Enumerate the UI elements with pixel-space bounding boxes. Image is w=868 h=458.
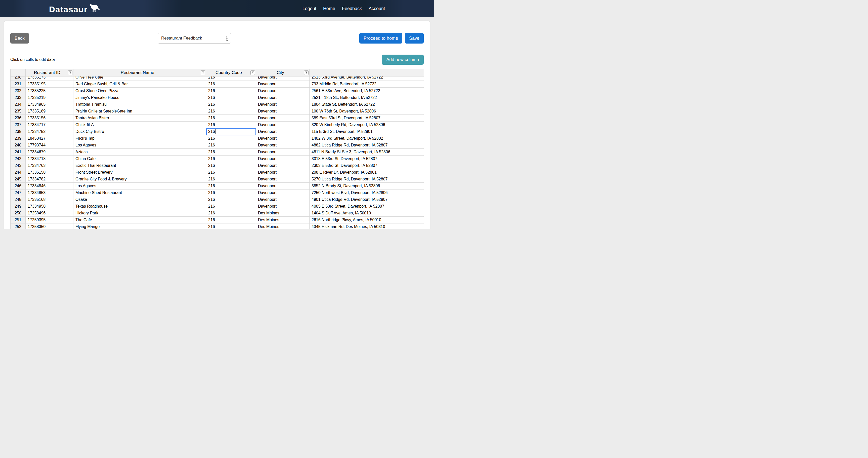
filter-icon-country-code[interactable]	[250, 70, 255, 75]
city-cell[interactable]: Davenport	[256, 149, 310, 155]
restaurant-id-cell[interactable]: 17335158	[26, 169, 73, 176]
nav-link-account[interactable]: Account	[369, 6, 385, 11]
address-cell[interactable]: 2521 - 18th St., Bettendorf, IA 52722	[310, 94, 424, 101]
restaurant-id-cell[interactable]: 17258496	[26, 210, 73, 217]
country-code-cell[interactable]: 216	[206, 224, 256, 229]
row-number-cell[interactable]: 237	[10, 121, 26, 128]
city-cell[interactable]: Davenport	[256, 101, 310, 108]
restaurant-id-cell[interactable]: 17334846	[26, 183, 73, 190]
nav-link-logout[interactable]: Logout	[303, 6, 316, 11]
country-code-cell[interactable]: 216	[206, 149, 256, 155]
country-code-cell[interactable]: 216	[206, 101, 256, 108]
row-number-cell[interactable]: 238	[10, 128, 26, 135]
restaurant-id-cell[interactable]: 17334718	[26, 155, 73, 162]
restaurant-id-cell[interactable]: 17334965	[26, 101, 73, 108]
restaurant-id-cell[interactable]: 17334717	[26, 121, 73, 128]
restaurant-name-cell[interactable]: China Cafe	[73, 155, 206, 162]
dataset-title-input[interactable]	[158, 33, 231, 44]
restaurant-name-cell[interactable]: Machine Shed Restaurant	[73, 190, 206, 196]
address-cell[interactable]: 100 W 76th St, Davenport, IA 52806	[310, 108, 424, 115]
country-code-cell[interactable]: 216	[206, 94, 256, 101]
address-cell[interactable]: 1404 S Duff Ave, Ames, IA 50010	[310, 210, 424, 217]
address-cell[interactable]: 793 Middle Rd, Bettendorf, IA 52722	[310, 81, 424, 88]
address-cell[interactable]: 115 E 3rd St, Davenport, IA 52801	[310, 128, 424, 135]
city-cell[interactable]: Des Moines	[256, 210, 310, 217]
country-code-cell[interactable]: 216	[206, 162, 256, 169]
restaurant-id-cell[interactable]: 17334958	[26, 203, 73, 210]
address-cell[interactable]: 4901 Utica Ridge Rd, Davenport, IA 52807	[310, 196, 424, 203]
country-code-cell[interactable]: 216	[206, 176, 256, 183]
restaurant-name-cell[interactable]: Duck City Bistro	[73, 128, 206, 135]
restaurant-id-cell[interactable]: 17335173	[26, 77, 73, 81]
column-header-city[interactable]: City	[256, 69, 310, 77]
row-number-cell[interactable]: 240	[10, 142, 26, 149]
address-cell[interactable]: 1804 State St, Bettendorf, IA 52722	[310, 101, 424, 108]
city-cell[interactable]: Davenport	[256, 162, 310, 169]
address-cell[interactable]: 1402 W 3rd Street, Davenport, IA 52802	[310, 135, 424, 142]
country-code-cell[interactable]: 216	[206, 217, 256, 224]
restaurant-id-cell[interactable]: 17334782	[26, 176, 73, 183]
restaurant-name-cell[interactable]: Chick-fil-A	[73, 121, 206, 128]
row-number-cell[interactable]: 249	[10, 203, 26, 210]
restaurant-id-cell[interactable]: 17335225	[26, 88, 73, 94]
country-code-cell[interactable]: 216	[206, 128, 256, 135]
city-cell[interactable]: Davenport	[256, 142, 310, 149]
city-cell[interactable]: Davenport	[256, 176, 310, 183]
restaurant-name-cell[interactable]: Crust Stone Oven Pizza	[73, 88, 206, 94]
city-cell[interactable]: Davenport	[256, 135, 310, 142]
country-code-cell[interactable]: 216	[206, 203, 256, 210]
row-number-cell[interactable]: 251	[10, 217, 26, 224]
row-number-cell[interactable]: 230	[10, 77, 26, 81]
city-cell[interactable]: Davenport	[256, 115, 310, 121]
filter-icon-restaurant-name[interactable]	[200, 70, 205, 75]
address-cell[interactable]: 2616 Northridge Pkwy, Ames, IA 50010	[310, 217, 424, 224]
row-number-cell[interactable]: 244	[10, 169, 26, 176]
city-cell[interactable]: Davenport	[256, 183, 310, 190]
address-cell[interactable]: 2513 53rd Avenue, Bettendorf, IA 52722	[310, 77, 424, 81]
restaurant-name-cell[interactable]: The Cafe	[73, 217, 206, 224]
address-cell[interactable]: 3852 N Brady St, Davenport, IA 52806	[310, 183, 424, 190]
city-cell[interactable]: Davenport	[256, 203, 310, 210]
restaurant-name-cell[interactable]: Texas Roadhouse	[73, 203, 206, 210]
city-cell[interactable]: Davenport	[256, 121, 310, 128]
row-number-cell[interactable]: 241	[10, 149, 26, 155]
city-cell[interactable]: Davenport	[256, 94, 310, 101]
city-cell[interactable]: Davenport	[256, 81, 310, 88]
city-cell[interactable]: Davenport	[256, 169, 310, 176]
city-cell[interactable]: Des Moines	[256, 224, 310, 229]
row-number-cell[interactable]: 243	[10, 162, 26, 169]
restaurant-id-cell[interactable]: 18453427	[26, 135, 73, 142]
city-cell[interactable]: Davenport	[256, 196, 310, 203]
country-code-cell[interactable]: 216	[206, 81, 256, 88]
city-cell[interactable]: Des Moines	[256, 217, 310, 224]
restaurant-id-cell[interactable]: 17259395	[26, 217, 73, 224]
row-number-cell[interactable]: 252	[10, 224, 26, 229]
row-number-cell[interactable]: 250	[10, 210, 26, 217]
address-cell[interactable]: 5270 Utica Ridge Rd, Davenport, IA 52807	[310, 176, 424, 183]
restaurant-name-cell[interactable]: Frick's Tap	[73, 135, 206, 142]
country-code-cell[interactable]: 216	[206, 88, 256, 94]
row-number-cell[interactable]: 239	[10, 135, 26, 142]
address-cell[interactable]: 4882 Utica Ridge Rd, Davenport, IA 52807	[310, 142, 424, 149]
restaurant-id-cell[interactable]: 17334763	[26, 162, 73, 169]
address-cell[interactable]: 4005 E 53rd Street, Davenport, IA 52807	[310, 203, 424, 210]
restaurant-id-cell[interactable]: 17334853	[26, 190, 73, 196]
restaurant-name-cell[interactable]: Jimmy's Pancake House	[73, 94, 206, 101]
restaurant-id-cell[interactable]: 17335219	[26, 94, 73, 101]
restaurant-name-cell[interactable]: Tantra Asian Bistro	[73, 115, 206, 121]
restaurant-name-cell[interactable]: Flying Mango	[73, 224, 206, 229]
row-number-cell[interactable]: 232	[10, 88, 26, 94]
row-number-cell[interactable]: 231	[10, 81, 26, 88]
restaurant-name-cell[interactable]: Front Street Brewery	[73, 169, 206, 176]
country-code-cell[interactable]: 216	[206, 196, 256, 203]
city-cell[interactable]: Davenport	[256, 155, 310, 162]
country-code-cell[interactable]: 216	[206, 190, 256, 196]
restaurant-name-cell[interactable]: Olive Tree Cafe	[73, 77, 206, 81]
nav-link-feedback[interactable]: Feedback	[342, 6, 362, 11]
add-new-column-button[interactable]: Add new column	[382, 55, 424, 65]
restaurant-id-cell[interactable]: 17335189	[26, 108, 73, 115]
country-code-cell[interactable]: 216	[206, 108, 256, 115]
restaurant-name-cell[interactable]: Hickory Park	[73, 210, 206, 217]
restaurant-name-cell[interactable]: Exotic Thai Restaurant	[73, 162, 206, 169]
country-code-cell[interactable]: 216	[206, 77, 256, 81]
